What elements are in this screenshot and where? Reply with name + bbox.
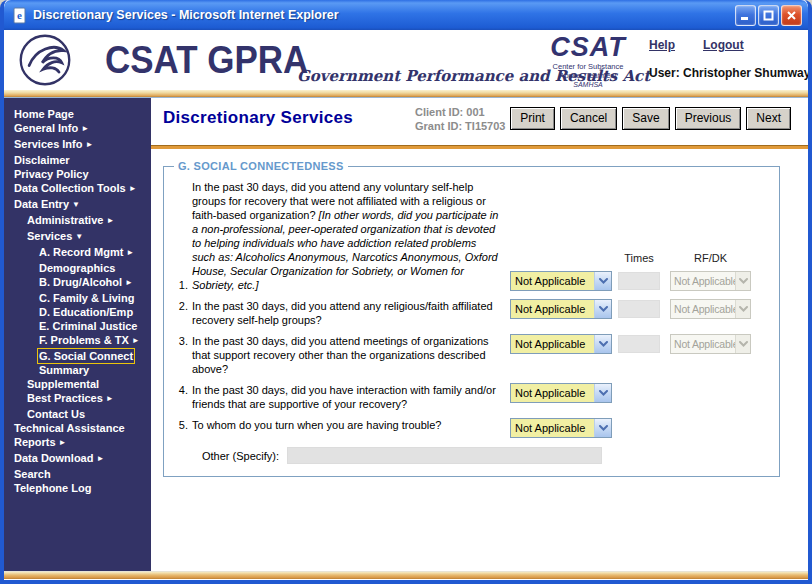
answer-controls: Not Applicable — [510, 383, 612, 403]
sidebar-item-g-social-connect[interactable]: G. Social Connect — [4, 349, 151, 363]
rfdk-column-header: RF/DK — [670, 252, 751, 264]
sidebar-item-b-drug-alcohol[interactable]: B. Drug/Alcohol► — [4, 275, 151, 291]
other-specify-input — [287, 447, 602, 464]
sidebar-item-label: D. Education/Emp — [39, 306, 133, 318]
sidebar-item-label: C. Family & Living — [39, 292, 134, 304]
logout-link[interactable]: Logout — [703, 38, 744, 52]
controls-line: Not ApplicableNot Applicable — [510, 334, 751, 354]
previous-button[interactable]: Previous — [675, 107, 742, 130]
sidebar-item-services[interactable]: Services▼ — [4, 229, 151, 245]
sidebar-item-services-info[interactable]: Services Info► — [4, 137, 151, 153]
sidebar-item-data-download[interactable]: Data Download► — [4, 451, 151, 467]
save-button[interactable]: Save — [622, 107, 669, 130]
print-button[interactable]: Print — [510, 107, 555, 130]
sidebar-item-contact-us[interactable]: Contact Us — [4, 407, 151, 421]
dropdown-selected-value: Not Applicable — [511, 335, 594, 353]
dropdown-selected-value: Not Applicable — [671, 300, 735, 318]
sidebar-item-reports[interactable]: Reports► — [4, 435, 151, 451]
sidebar-item-label: Disclaimer — [14, 154, 70, 166]
question-text: To whom do you turn when you are having … — [188, 418, 502, 432]
arrow-right-icon: ► — [132, 336, 140, 345]
controls-line: Not ApplicableNot Applicable — [510, 299, 751, 319]
chevron-down-icon — [735, 300, 750, 318]
times-input — [618, 300, 660, 318]
sidebar-item-technical-assistance[interactable]: Technical Assistance — [4, 421, 151, 435]
answer-dropdown[interactable]: Not Applicable — [510, 334, 612, 354]
close-button[interactable] — [781, 5, 802, 26]
header-divider-bar — [4, 90, 808, 98]
answer-dropdown[interactable]: Not Applicable — [510, 299, 612, 319]
chevron-down-icon — [594, 300, 611, 318]
sidebar-item-label: Contact Us — [27, 408, 85, 420]
sidebar-item-telephone-log[interactable]: Telephone Log — [4, 481, 151, 495]
question-number: 3. — [172, 334, 188, 348]
dropdown-selected-value: Not Applicable — [671, 272, 735, 290]
sidebar-item-label: E. Criminal Justice — [39, 320, 137, 332]
sidebar-item-label: Services — [27, 230, 72, 242]
sidebar-item-label: Search — [14, 468, 51, 480]
sidebar-item-search[interactable]: Search — [4, 467, 151, 481]
answer-dropdown[interactable]: Not Applicable — [510, 418, 612, 438]
question-row: 5.To whom do you turn when you are havin… — [172, 418, 771, 438]
controls-line: Not Applicable — [510, 418, 612, 438]
sidebar-item-supplemental[interactable]: Supplemental — [4, 377, 151, 391]
sidebar-item-privacy-policy[interactable]: Privacy Policy — [4, 167, 151, 181]
minimize-button[interactable] — [735, 5, 756, 26]
help-link[interactable]: Help — [649, 38, 675, 52]
sidebar-item-label: G. Social Connect — [39, 350, 133, 362]
sidebar-item-disclaimer[interactable]: Disclaimer — [4, 153, 151, 167]
dropdown-selected-value: Not Applicable — [511, 419, 594, 437]
arrow-right-icon: ► — [85, 140, 93, 149]
chevron-down-icon — [594, 335, 611, 353]
sidebar-item-data-entry[interactable]: Data Entry▼ — [4, 197, 151, 213]
arrow-right-icon: ► — [106, 216, 114, 225]
dropdown-selected-value: Not Applicable — [511, 272, 594, 290]
current-user-label: User: Christopher Shumway — [649, 66, 810, 80]
sidebar-item-administrative[interactable]: Administrative► — [4, 213, 151, 229]
times-input — [618, 272, 660, 290]
sidebar-item-f-problems-tx[interactable]: F. Problems & TX► — [4, 333, 151, 349]
controls-line: Not Applicable — [510, 383, 612, 403]
sidebar-item-best-practices[interactable]: Best Practices► — [4, 391, 151, 407]
other-specify-row: Other (Specify): — [172, 447, 771, 464]
answer-dropdown[interactable]: Not Applicable — [510, 383, 612, 403]
question-text: In the past 30 days, did you attend meet… — [188, 334, 502, 376]
window-title: Discretionary Services - Microsoft Inter… — [33, 8, 735, 22]
sidebar-item-e-criminal-justice[interactable]: E. Criminal Justice — [4, 319, 151, 333]
title-bar: e Discretionary Services - Microsoft Int… — [4, 0, 808, 30]
answer-controls: Not Applicable — [510, 418, 612, 438]
arrow-down-icon: ▼ — [72, 200, 80, 209]
app-header: CSAT GPRA Government Performance and Res… — [4, 30, 808, 90]
other-specify-label: Other (Specify): — [202, 450, 279, 462]
chevron-down-icon — [735, 335, 750, 353]
answer-controls: TimesRF/DKNot ApplicableNot Applicable — [510, 252, 751, 291]
sidebar-item-a-record-mgmt[interactable]: A. Record Mgmt► — [4, 245, 151, 261]
sidebar-item-c-family-living[interactable]: C. Family & Living — [4, 291, 151, 305]
sidebar-item-summary[interactable]: Summary — [4, 363, 151, 377]
answer-dropdown[interactable]: Not Applicable — [510, 271, 612, 291]
sidebar-item-home-page[interactable]: Home Page — [4, 107, 151, 121]
chevron-down-icon — [735, 272, 750, 290]
social-connectedness-section: G. SOCIAL CONNECTEDNESS 1.In the past 30… — [163, 160, 780, 477]
sidebar-item-demographics[interactable]: Demographics — [4, 261, 151, 275]
sidebar-item-label: Demographics — [39, 262, 115, 274]
client-id-label: Client ID: 001 — [415, 105, 505, 119]
sidebar-item-label: F. Problems & TX — [39, 334, 129, 346]
cancel-button[interactable]: Cancel — [560, 107, 617, 130]
arrow-right-icon: ► — [125, 278, 133, 287]
internet-explorer-page-icon: e — [11, 7, 28, 24]
action-toolbar: PrintCancelSavePreviousNext — [505, 107, 791, 130]
sidebar-nav: Home PageGeneral Info►Services Info►Disc… — [4, 98, 151, 571]
section-legend: G. SOCIAL CONNECTEDNESS — [174, 160, 348, 172]
page-title: Discretionary Services — [163, 108, 353, 128]
sidebar-item-general-info[interactable]: General Info► — [4, 121, 151, 137]
rfdk-dropdown: Not Applicable — [670, 271, 751, 291]
arrow-right-icon: ► — [59, 438, 67, 447]
dropdown-selected-value: Not Applicable — [671, 335, 735, 353]
csat-gpra-logo: CSAT GPRA — [105, 39, 308, 82]
maximize-button[interactable] — [758, 5, 779, 26]
sidebar-item-d-education-emp[interactable]: D. Education/Emp — [4, 305, 151, 319]
next-button[interactable]: Next — [746, 107, 791, 130]
sidebar-item-data-collection-tools[interactable]: Data Collection Tools► — [4, 181, 151, 197]
sidebar-item-label: B. Drug/Alcohol — [39, 276, 122, 288]
